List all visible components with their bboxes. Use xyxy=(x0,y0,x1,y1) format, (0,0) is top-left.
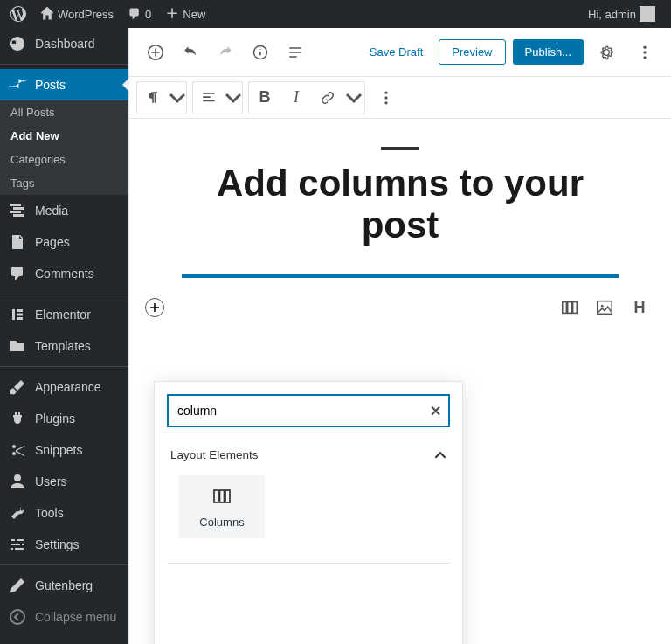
sidebar-item-elementor[interactable]: Elementor xyxy=(0,299,128,330)
avatar xyxy=(640,6,655,22)
sidebar-label-templates: Templates xyxy=(35,339,91,353)
sidebar-item-dashboard[interactable]: Dashboard xyxy=(0,28,128,59)
preview-button[interactable]: Preview xyxy=(439,39,505,65)
svg-rect-15 xyxy=(220,490,225,502)
site-name: WordPress xyxy=(58,8,114,21)
heading-quick-button[interactable]: H xyxy=(624,292,655,323)
sidebar-item-comments[interactable]: Comments xyxy=(0,258,128,289)
settings-button[interactable] xyxy=(591,37,622,68)
block-inserter-panel: ✕ Layout Elements Columns xyxy=(154,381,463,644)
media-icon xyxy=(9,202,26,219)
sidebar-label-comments: Comments xyxy=(35,267,94,280)
italic-icon: I xyxy=(294,88,299,107)
sub-item-categories[interactable]: Categories xyxy=(0,148,128,171)
paragraph-button[interactable] xyxy=(137,82,169,114)
user-icon xyxy=(9,473,26,490)
info-button[interactable] xyxy=(245,37,276,68)
collapse-label: Collapse menu xyxy=(35,610,116,624)
italic-button[interactable]: I xyxy=(280,82,312,114)
undo-button[interactable] xyxy=(175,37,206,68)
svg-rect-10 xyxy=(568,302,572,314)
collapse-menu[interactable]: Collapse menu xyxy=(0,601,128,633)
plug-icon xyxy=(9,410,26,427)
sidebar-item-appearance[interactable]: Appearance xyxy=(0,371,128,403)
post-title[interactable]: Add columns to your post xyxy=(182,163,619,246)
editor-header: Save Draft Preview Publish... xyxy=(129,28,671,77)
sidebar-label-settings: Settings xyxy=(35,537,80,551)
sidebar-item-media[interactable]: Media xyxy=(0,195,128,226)
heading-icon: H xyxy=(634,299,646,317)
inline-inserter-button[interactable] xyxy=(145,298,164,317)
list-icon xyxy=(287,44,304,61)
empty-block[interactable]: H xyxy=(182,274,619,323)
scissors-icon xyxy=(9,441,26,459)
svg-point-5 xyxy=(643,56,646,59)
bold-button[interactable]: B xyxy=(249,82,280,114)
header-right: Save Draft Preview Publish... xyxy=(361,37,661,68)
sidebar-item-snippets[interactable]: Snippets xyxy=(0,434,128,466)
sub-item-add-new[interactable]: Add New xyxy=(0,124,128,148)
chevron-down-icon xyxy=(169,89,186,107)
add-block-button[interactable] xyxy=(140,37,171,68)
home-icon xyxy=(40,7,54,21)
paragraph-dropdown[interactable] xyxy=(169,82,186,114)
svg-point-0 xyxy=(10,610,24,624)
link-icon xyxy=(319,89,336,107)
sidebar-label-dashboard: Dashboard xyxy=(35,37,95,51)
new-link[interactable]: New xyxy=(158,0,212,28)
sidebar-item-posts[interactable]: Posts xyxy=(0,69,128,100)
site-name-link[interactable]: WordPress xyxy=(33,0,121,28)
account-link[interactable]: Hi, admin xyxy=(581,0,662,28)
sidebar-label-snippets: Snippets xyxy=(35,443,82,457)
sidebar-item-templates[interactable]: Templates xyxy=(0,330,128,362)
wrench-icon xyxy=(9,504,26,522)
comments-count: 0 xyxy=(145,8,151,21)
dots-vertical-icon xyxy=(377,89,395,107)
brush-icon xyxy=(9,378,26,396)
svg-point-7 xyxy=(384,96,387,99)
wp-logo[interactable] xyxy=(3,0,33,28)
format-toolbar: B I xyxy=(129,77,671,119)
header-left xyxy=(140,37,311,68)
chevron-down-icon xyxy=(225,89,242,107)
inserter-grid: Columns xyxy=(167,470,450,564)
outline-button[interactable] xyxy=(280,37,311,68)
sidebar-item-users[interactable]: Users xyxy=(0,466,128,497)
redo-button[interactable] xyxy=(210,37,241,68)
sub-item-tags[interactable]: Tags xyxy=(0,171,128,195)
save-draft-button[interactable]: Save Draft xyxy=(361,40,432,64)
admin-sidebar: Dashboard Posts All Posts Add New Catego… xyxy=(0,28,128,644)
sub-item-all-posts[interactable]: All Posts xyxy=(0,100,128,124)
posts-submenu: All Posts Add New Categories Tags xyxy=(0,100,128,195)
redo-icon xyxy=(217,44,234,61)
comments-link[interactable]: 0 xyxy=(121,0,158,28)
admin-bar: WordPress 0 New Hi, admin xyxy=(0,0,671,28)
block-more-button[interactable] xyxy=(370,82,402,114)
sidebar-item-settings[interactable]: Settings xyxy=(0,529,128,560)
sidebar-item-gutenberg[interactable]: Gutenberg xyxy=(0,570,128,601)
align-button[interactable] xyxy=(193,82,225,114)
inserter-section-header[interactable]: Layout Elements xyxy=(155,440,462,470)
block-tile-columns[interactable]: Columns xyxy=(179,475,265,538)
flyout-pointer xyxy=(122,78,129,92)
block-search-input[interactable] xyxy=(167,394,450,427)
pencil-icon xyxy=(9,577,26,594)
clear-search-button[interactable]: ✕ xyxy=(430,403,441,419)
block-editor: Save Draft Preview Publish... B I xyxy=(128,28,671,644)
text-dropdown[interactable] xyxy=(343,82,364,114)
align-dropdown[interactable] xyxy=(225,82,242,114)
columns-quick-button[interactable] xyxy=(554,292,585,323)
link-button[interactable] xyxy=(312,82,343,114)
align-left-icon xyxy=(200,89,218,107)
sidebar-item-tools[interactable]: Tools xyxy=(0,497,128,529)
comment-icon xyxy=(128,7,142,21)
image-quick-button[interactable] xyxy=(589,292,620,323)
publish-button[interactable]: Publish... xyxy=(513,39,584,65)
more-menu-button[interactable] xyxy=(629,37,661,68)
dots-vertical-icon xyxy=(636,44,654,61)
columns-icon xyxy=(211,486,232,507)
sidebar-item-plugins[interactable]: Plugins xyxy=(0,403,128,434)
page-icon xyxy=(9,233,26,251)
sidebar-item-pages[interactable]: Pages xyxy=(0,226,128,258)
collapse-icon xyxy=(9,608,26,626)
